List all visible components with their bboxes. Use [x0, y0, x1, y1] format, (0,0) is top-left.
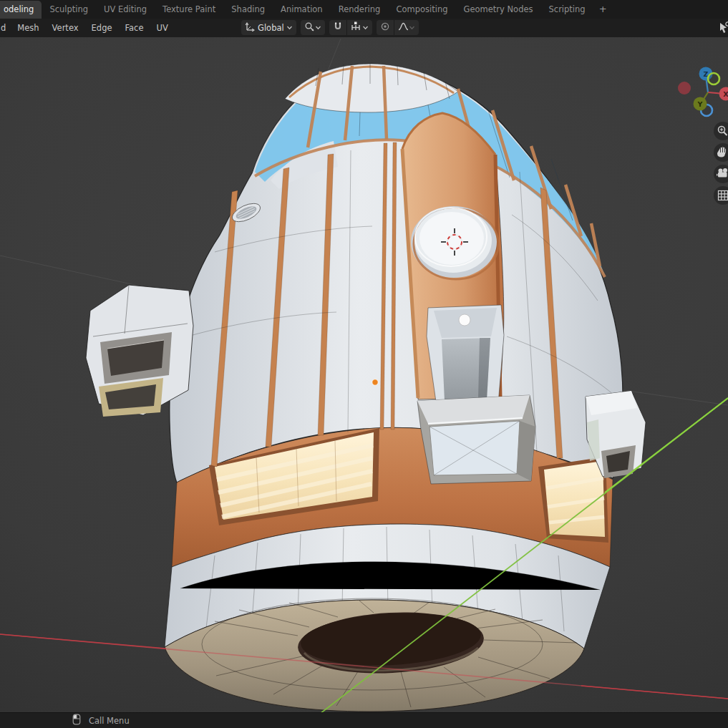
model-rocket[interactable]	[86, 64, 646, 712]
proportional-editing-group	[377, 20, 419, 35]
door-light	[459, 314, 470, 326]
gizmo-y-label: Y	[697, 100, 703, 108]
menu-uv[interactable]: UV	[150, 23, 175, 33]
tab-rendering[interactable]: Rendering	[331, 1, 389, 19]
tab-animation[interactable]: Animation	[273, 1, 331, 19]
menu-face[interactable]: Face	[119, 23, 150, 33]
snapping-group	[329, 20, 372, 35]
menu-add-clipped[interactable]: d	[0, 23, 11, 33]
balcony	[417, 395, 535, 484]
falloff-dropdown[interactable]	[394, 20, 419, 35]
increment-snap-icon	[351, 21, 362, 34]
chevron-down-icon	[409, 26, 415, 30]
gizmo-neg-x-ball[interactable]	[678, 82, 691, 94]
object-origin-dot	[372, 379, 378, 385]
proportional-edit-toggle[interactable]	[377, 20, 394, 35]
nav-gizmo[interactable]: Z X Y	[678, 67, 728, 117]
magnet-snap-icon	[333, 21, 343, 34]
tab-geometry-nodes[interactable]: Geometry Nodes	[456, 1, 541, 19]
snap-toggle-button[interactable]	[329, 20, 346, 35]
chevron-down-icon	[286, 26, 293, 30]
transform-orientation-icon	[245, 21, 256, 34]
snap-mode-dropdown[interactable]	[346, 20, 372, 35]
pan-button[interactable]	[714, 143, 728, 162]
tab-compositing[interactable]: Compositing	[388, 1, 455, 19]
tab-modeling[interactable]: odeling	[0, 1, 42, 19]
add-workspace-button[interactable]: +	[593, 0, 613, 19]
tab-uv-editing[interactable]: UV Editing	[96, 1, 155, 19]
viewport-nav-buttons	[714, 122, 728, 205]
gizmo-neg-y-ball[interactable]	[708, 73, 719, 84]
proportional-editing-icon	[380, 21, 390, 34]
doorway	[427, 305, 504, 407]
snap-target-dropdown[interactable]	[301, 20, 325, 35]
tab-scripting[interactable]: Scripting	[541, 1, 593, 19]
tab-shading[interactable]: Shading	[223, 1, 273, 19]
snap-target-icon	[304, 21, 315, 34]
transform-orientation-dropdown[interactable]: Global	[241, 20, 296, 35]
chevron-down-icon	[315, 26, 321, 30]
status-bar: Call Menu	[0, 712, 728, 728]
gizmo-cursor-icon[interactable]	[718, 21, 728, 37]
menu-mesh[interactable]: Mesh	[11, 23, 45, 33]
menu-edge[interactable]: Edge	[85, 23, 119, 33]
tab-texture-paint[interactable]: Texture Paint	[155, 1, 223, 19]
editor-header: d Mesh Vertex Edge Face UV Global	[0, 19, 728, 37]
menu-vertex[interactable]: Vertex	[46, 23, 85, 33]
glow-window-right	[538, 457, 608, 543]
grid-ortho-button[interactable]	[714, 186, 728, 205]
3d-viewport[interactable]: Z X Y	[0, 37, 728, 713]
statusbar-hint: Call Menu	[89, 716, 130, 726]
orientation-label: Global	[256, 23, 286, 33]
camera-view-button[interactable]	[714, 165, 728, 183]
workspace-tab-bar: odeling Sculpting UV Editing Texture Pai…	[0, 0, 728, 19]
tab-sculpting[interactable]: Sculpting	[42, 1, 96, 19]
header-tool-groups: Global	[241, 20, 419, 35]
zoom-button[interactable]	[714, 122, 728, 140]
falloff-curve-icon	[398, 21, 409, 34]
mouse-left-click-icon	[72, 714, 81, 728]
gizmo-x-label: X	[723, 90, 728, 98]
chevron-down-icon	[362, 26, 369, 30]
